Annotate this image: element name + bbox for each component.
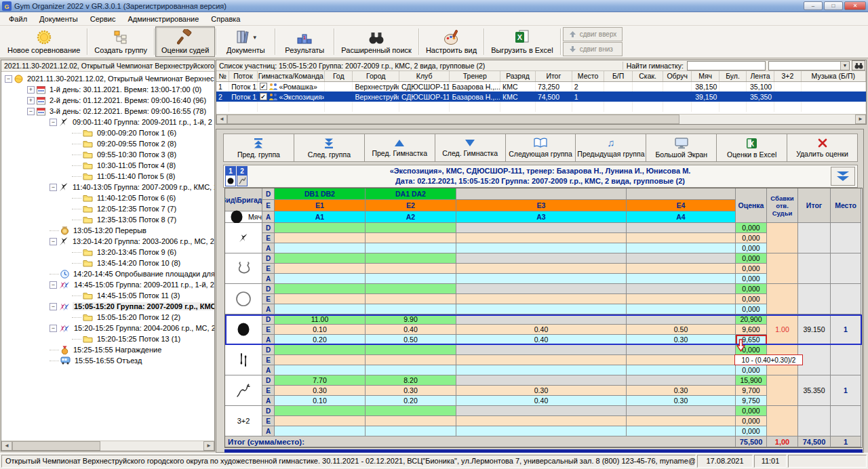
collapse-icon[interactable]: − [50,184,57,191]
collapse-icon[interactable]: − [27,108,35,115]
close-button[interactable]: ✕ [844,1,866,10]
judge-score-e[interactable]: 0.40 [456,325,627,335]
judge-score-d[interactable]: 7.70 [275,375,366,386]
judge-score-e[interactable] [366,233,456,243]
judge-score-a[interactable] [627,426,736,436]
judge-score-a[interactable] [366,426,456,436]
judge-score-a[interactable]: 0.20 [366,396,456,406]
tree-node[interactable]: 09:55-10:30 Поток 3 (8) [1,149,214,160]
tree-node[interactable]: −3-й день: 02.12.2021. Время: 09:00-16:5… [1,106,214,117]
tree-node[interactable]: 11:40-12:05 Поток 6 (6) [1,192,214,203]
expand-icon[interactable]: + [27,86,35,94]
toolbar-button-create-group[interactable]: Создать группу [88,26,153,57]
tree-horizontal-scrollbar[interactable]: ◄ ► [1,441,214,451]
judge-score-e[interactable]: 0.40 [366,325,456,335]
collapse-icon[interactable]: − [50,303,57,310]
judge-score-e[interactable] [627,294,736,304]
judge-score-e[interactable] [456,233,627,243]
judge-score-d[interactable]: 11.00 [275,314,366,325]
column-header[interactable]: Год [325,71,353,81]
column-header[interactable]: Итог [535,71,572,81]
judge-score-a[interactable] [275,243,366,253]
judge-score-a[interactable] [366,304,456,314]
menu-item-0[interactable]: Файл [3,13,33,25]
judge-score-d[interactable] [627,314,736,325]
tree-node[interactable]: 11:05-11:40 Поток 5 (8) [1,171,214,182]
tab-apparatus-2[interactable]: 2 [237,166,248,186]
judge-score-a[interactable] [275,426,366,436]
restore-button[interactable]: □ [824,1,843,10]
judge-score-d[interactable] [366,223,456,233]
tree-node[interactable]: 14:45-15:05 Поток 11 (3) [1,290,214,301]
judge-score-e[interactable]: 0.50 [627,325,736,335]
tree-node[interactable]: −09:00-11:40 Группа: 2009-2011 г.р., 1-й… [1,117,214,127]
tree-node[interactable]: 13:20-13:45 Поток 9 (6) [1,247,214,258]
nav-button-next-group[interactable]: След. группа [294,134,365,162]
judge-score-a[interactable]: 0.30 [627,396,736,406]
menu-item-4[interactable]: Справка [205,13,246,25]
tree-node[interactable]: −13:20-14:20 Группа: 2003-2006 г.р., МС,… [1,236,214,247]
participant-checkbox[interactable]: ✔ [260,83,267,90]
judge-score-e[interactable] [456,416,627,426]
toolbar-button-export-excel[interactable]: XВыгрузить в Excel [485,26,559,57]
nav-button-following-group[interactable]: Следующая группа [505,134,576,162]
judge-score-d[interactable]: 8.20 [366,375,456,386]
judge-score-d[interactable] [456,314,627,325]
expand-icon[interactable]: + [27,97,35,104]
judge-score-d[interactable] [627,284,736,294]
judge-score-e[interactable] [275,355,366,365]
apparatus-select[interactable]: Мяч▼ [225,211,262,223]
menu-item-2[interactable]: Сервис [84,13,122,25]
scrollbar-thumb[interactable] [12,441,100,451]
column-header[interactable]: Клуб [399,71,450,81]
column-header[interactable]: Лента [746,71,774,81]
tree-node[interactable]: 15:25-15:55 Награждение [1,344,214,355]
collapse-icon[interactable]: − [50,281,57,289]
tab-apparatus-1[interactable]: 1 [225,166,236,186]
judge-score-e[interactable]: 0.30 [456,386,627,396]
collapse-icon[interactable]: − [5,75,12,83]
find-gymnast-input[interactable] [687,61,766,70]
tree-node[interactable]: 12:05-12:35 Поток 7 (7) [1,203,214,214]
participant-row[interactable]: 1Поток 12✔«Ромашка»ВерхнеструйскСДЮСШОР-… [216,81,866,91]
toolbar-button-results[interactable]: 1Результаты [276,26,333,57]
judge-score-a[interactable] [456,304,627,314]
column-header[interactable]: Гимнастка/Команда [257,71,324,81]
tree-node[interactable]: −15:05-15:20 Группа: 2007-2009 г.р., КМС… [1,301,214,312]
judge-score-d[interactable] [456,406,627,416]
judge-score-a[interactable] [366,274,456,284]
scroll-right-button[interactable]: ► [203,441,214,451]
shift-up-button[interactable]: сдвиг вверх [563,27,623,41]
nav-button-prev-gymnast[interactable]: Пред. Гимнастка [364,134,435,162]
judge-score-e[interactable] [627,233,736,243]
tree-node[interactable]: −2021.11.30-2021.12.02, Открытый Чемпион… [1,73,214,84]
judge-score-d[interactable] [456,345,627,355]
column-header[interactable]: Место [572,71,604,81]
toolbar-button-advanced-search[interactable]: Расширенный поиск [335,26,418,57]
judge-score-e[interactable]: 0.30 [366,386,456,396]
menu-item-3[interactable]: Администрирование [121,13,205,25]
toolbar-button-documents[interactable]: ▼Документы [217,26,274,57]
tree-node[interactable]: 14:20-14:45 Опробывание площадки для гру… [1,268,214,279]
judge-score-e[interactable] [275,233,366,243]
tree-node[interactable]: 10:30-11:05 Поток 4 (8) [1,160,214,171]
column-header[interactable]: Разряд [500,71,536,81]
judge-score-a[interactable] [456,243,627,253]
toolbar-button-judge-scores[interactable]: Оценки судей [155,26,215,57]
collapse-icon[interactable]: − [50,325,57,332]
column-header[interactable]: Поток [229,71,257,81]
column-header[interactable]: Обруч [663,71,691,81]
judge-score-a[interactable] [456,274,627,284]
judge-score-e[interactable] [456,264,627,274]
judge-score-d[interactable]: 9.90 [366,314,456,325]
judge-score-a[interactable] [275,365,366,375]
judge-score-d[interactable] [366,345,456,355]
dropdown-arrow-icon[interactable]: ▼ [252,35,258,41]
combo-dropdown-icon[interactable]: ▼ [840,62,849,70]
find-gymnast-combo[interactable]: ▼ [768,61,850,70]
tree-node[interactable]: −15:20-15:25 Группа: 2004-2006 г.р., МС,… [1,323,214,333]
participants-horizontal-scrollbar[interactable]: ◄ ► [216,114,866,124]
nav-button-next-gymnast[interactable]: След. Гимнастка [435,134,506,162]
nav-button-scores-to-excel[interactable]: XОценки в Excel [716,134,787,162]
nav-button-prev-group[interactable]: Пред. группа [223,134,294,162]
